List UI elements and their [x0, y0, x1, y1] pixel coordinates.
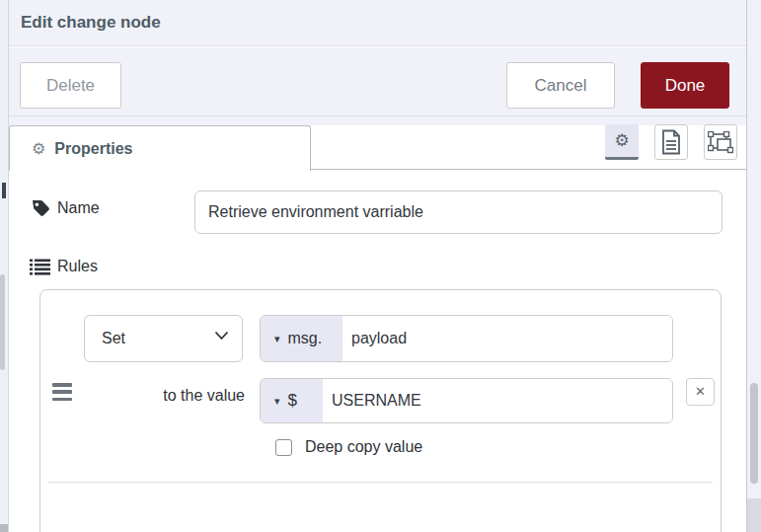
cancel-button[interactable]: Cancel: [506, 62, 615, 109]
edit-tray: Edit change node Delete Cancel Done ⚙ Pr…: [9, 0, 747, 532]
rule-property-input[interactable]: [342, 316, 672, 361]
left-scrollbar-thumb[interactable]: [0, 274, 5, 370]
rule-value-typedinput: ▾ $: [260, 378, 673, 423]
caret-down-icon: ▾: [274, 334, 280, 344]
name-field-label: Name: [32, 198, 100, 217]
rule-action-value: Set: [102, 316, 125, 361]
done-button[interactable]: Done: [641, 62, 729, 109]
description-tab-button[interactable]: [654, 124, 688, 160]
tab-bar: ⚙ Properties ⚙: [9, 116, 747, 170]
tab-properties[interactable]: ⚙ Properties: [9, 125, 311, 171]
close-icon: ✕: [695, 384, 706, 399]
rule-property-type-label: msg.: [288, 330, 332, 347]
rule-action-select[interactable]: Set: [84, 315, 243, 362]
gear-icon: ⚙: [614, 130, 629, 151]
workspace-node-fragment: [2, 183, 6, 198]
rule-to-label: to the value: [40, 384, 245, 408]
deep-copy-label: Deep copy value: [305, 438, 422, 456]
deep-copy-option: Deep copy value: [275, 438, 422, 456]
tray-scrollbar-track[interactable]: [746, 0, 761, 532]
edit-change-node-dialog: Edit change node Delete Cancel Done ⚙ Pr…: [0, 0, 761, 532]
dialog-toolbar: Delete Cancel Done: [9, 47, 747, 116]
gear-icon: ⚙: [32, 141, 45, 157]
tray-scrollbar-thumb[interactable]: [750, 383, 758, 484]
document-icon: [660, 129, 682, 155]
env-var-type-label: $: [288, 391, 306, 411]
workspace-left-edge: [0, 0, 9, 532]
tab-properties-label: Properties: [54, 140, 132, 158]
appearance-tab-button[interactable]: [704, 124, 737, 160]
rule-property-type-button[interactable]: ▾ msg.: [261, 316, 342, 361]
tray-scrollbar-bottom: [747, 498, 761, 532]
name-input[interactable]: [194, 190, 723, 234]
appearance-icon: [708, 131, 733, 154]
rule-value-type-button[interactable]: ▾ $: [261, 379, 323, 422]
rule-value-input[interactable]: [323, 379, 672, 422]
dialog-title: Edit change node: [21, 0, 161, 45]
rules-container: Set ▾ msg. to the value: [39, 289, 722, 532]
deep-copy-checkbox[interactable]: [275, 439, 292, 456]
dialog-header: Edit change node: [9, 0, 747, 46]
name-label-text: Name: [57, 199, 100, 217]
tag-icon: [32, 198, 50, 217]
list-icon: [30, 259, 50, 275]
rules-section-label: Rules: [30, 258, 98, 275]
caret-down-icon: ▾: [274, 396, 280, 407]
delete-button[interactable]: Delete: [20, 62, 121, 109]
properties-tab-button[interactable]: ⚙: [605, 124, 639, 160]
chevron-down-icon: [214, 331, 229, 341]
rules-label-text: Rules: [57, 258, 98, 275]
rule-property-typedinput: ▾ msg.: [260, 315, 673, 362]
rule-remove-button[interactable]: ✕: [686, 378, 715, 406]
properties-panel: Name Rules Set: [9, 170, 747, 532]
rule-separator: [48, 482, 713, 483]
left-scrollbar-corner: [0, 524, 8, 532]
